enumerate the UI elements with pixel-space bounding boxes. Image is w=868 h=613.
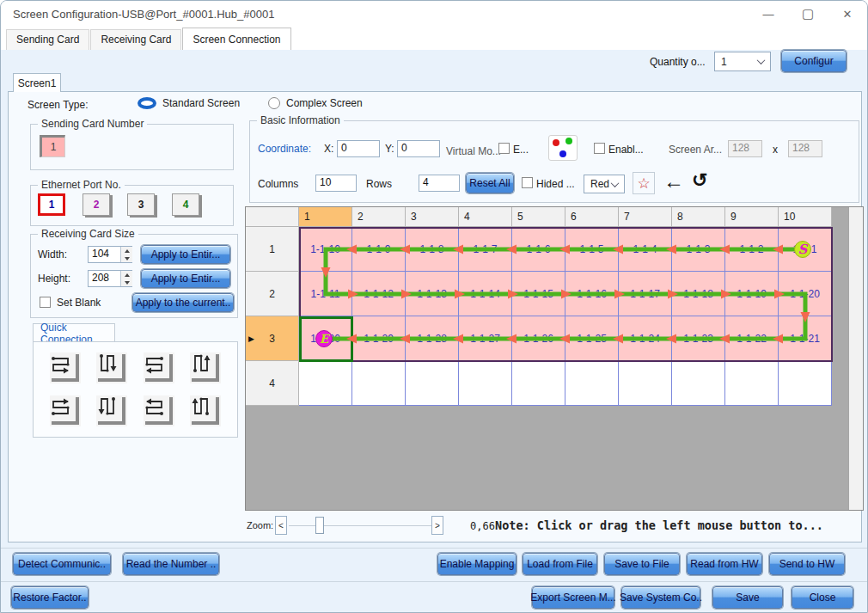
grid-cell[interactable]: 1-1-23	[672, 316, 725, 361]
zoom-in-button[interactable]: >	[431, 516, 443, 535]
undo-icon[interactable]: ↺	[692, 169, 707, 192]
grid-cell[interactable]	[565, 361, 619, 406]
grid-cell[interactable]: 1-1-29	[352, 316, 406, 361]
columns-input[interactable]: 10	[315, 175, 357, 192]
grid-cell[interactable]	[619, 361, 672, 406]
tab-screen1[interactable]: Screen1	[13, 73, 61, 92]
quick-connection-pattern-2-button[interactable]	[96, 352, 127, 383]
grid-cell[interactable]: 1-1-10	[299, 227, 352, 272]
read-from-hw-button[interactable]: Read from HW	[687, 553, 762, 575]
grid-cell[interactable]: 1-1-20	[779, 272, 832, 316]
grid-cell[interactable]: 1-1-13	[406, 272, 459, 316]
quick-connection-pattern-4-button[interactable]	[190, 352, 221, 383]
zoom-slider-track[interactable]	[289, 525, 431, 526]
grid-cell[interactable]: 1-1-16	[565, 272, 619, 316]
grid-cell[interactable]: 1-1-5	[565, 227, 619, 272]
grid-cell[interactable]: 1-1-12	[352, 272, 406, 316]
grid-cell[interactable]: 1-1-27	[459, 316, 512, 361]
grid-cell[interactable]: 1-1-18	[672, 272, 725, 316]
grid-column-header-3[interactable]: 3	[406, 207, 459, 227]
grid-cell[interactable]: 1-1-15	[512, 272, 565, 316]
grid-cell[interactable]: 1-1-26	[512, 316, 565, 361]
grid-cell[interactable]: 1-1-9	[352, 227, 406, 272]
ethernet-port-4-button[interactable]: 4	[172, 193, 199, 216]
grid-cell[interactable]	[779, 361, 832, 406]
export-screen-button[interactable]: Export Screen M...	[532, 586, 614, 609]
grid-column-header-1[interactable]: 1	[299, 207, 352, 227]
maximize-icon[interactable]: ▢	[788, 1, 828, 27]
grid-column-header-5[interactable]: 5	[512, 207, 565, 227]
tab-receiving-card[interactable]: Receiving Card	[90, 29, 181, 50]
quick-connection-pattern-5-button[interactable]	[50, 395, 81, 426]
tab-screen-connection[interactable]: Screen Connection	[182, 28, 290, 50]
grid-cell[interactable]: 1-1-7	[459, 227, 512, 272]
quick-connection-pattern-7-button[interactable]	[144, 395, 174, 426]
reset-all-button[interactable]: Reset All	[466, 173, 514, 193]
grid-row-header-2[interactable]: 2	[246, 272, 299, 316]
grid-cell[interactable]: 1-1-6	[512, 227, 565, 272]
quick-connection-pattern-6-button[interactable]	[96, 395, 127, 426]
ethernet-port-2-button[interactable]: 2	[83, 193, 110, 216]
coordinate-x-input[interactable]: 0	[337, 140, 380, 157]
hided-checkbox[interactable]	[522, 177, 533, 188]
grid-cell[interactable]: 1-1-8	[406, 227, 459, 272]
grid-cell[interactable]	[459, 361, 512, 406]
grid-cell[interactable]: 1-1-3	[672, 227, 725, 272]
restore-factory-button[interactable]: Restore Factor..	[11, 586, 89, 609]
apply-width-button[interactable]: Apply to Entir...	[141, 245, 230, 264]
grid-cell[interactable]: 1-1-4	[619, 227, 672, 272]
grid-column-header-9[interactable]: 9	[725, 207, 779, 227]
grid-cell[interactable]: 1-1-30	[299, 316, 352, 361]
complex-screen-radio[interactable]: Complex Screen	[268, 97, 363, 109]
grid-cell[interactable]: 1-1-24	[619, 316, 672, 361]
read-number-button[interactable]: Read the Number ..	[123, 553, 219, 575]
apply-height-button[interactable]: Apply to Entir...	[141, 269, 230, 288]
tab-sending-card[interactable]: Sending Card	[6, 29, 89, 50]
standard-screen-radio[interactable]: Standard Screen	[138, 97, 240, 109]
grid-column-header-10[interactable]: 10	[779, 207, 832, 227]
width-stepper[interactable]	[120, 247, 132, 262]
height-stepper[interactable]	[120, 271, 132, 286]
zoom-slider-thumb[interactable]	[315, 517, 324, 534]
grid-cell[interactable]: 1-1-22	[725, 316, 779, 361]
color-select[interactable]: Red	[584, 175, 625, 193]
quick-connection-pattern-1-button[interactable]	[50, 352, 81, 383]
send-to-hw-button[interactable]: Send to HW	[769, 553, 845, 575]
ethernet-port-1-button[interactable]: 1	[38, 193, 65, 216]
grid-cell[interactable]	[672, 361, 725, 406]
back-arrow-icon[interactable]: ←	[663, 169, 684, 193]
grid-vertical-scrollbar[interactable]	[848, 207, 863, 510]
grid-column-header-4[interactable]: 4	[459, 207, 512, 227]
set-blank-checkbox[interactable]	[40, 297, 51, 308]
grid-cell[interactable]: 1-1-19	[725, 272, 779, 316]
ethernet-port-3-button[interactable]: 3	[127, 193, 155, 216]
grid-cell[interactable]: 1-1-28	[406, 316, 459, 361]
sending-card-number-button[interactable]: 1	[40, 135, 65, 157]
grid-cell[interactable]: 1-1-17	[619, 272, 672, 316]
grid-cell[interactable]	[352, 361, 406, 406]
grid-cell[interactable]	[299, 361, 352, 406]
grid-cell[interactable]: 1-1-2	[725, 227, 779, 272]
close-icon[interactable]: ✕	[828, 1, 867, 27]
detect-communication-button[interactable]: Detect Communic..	[13, 553, 111, 575]
configure-button[interactable]: Configur	[781, 50, 847, 72]
quick-connection-pattern-3-button[interactable]	[144, 352, 174, 383]
coordinate-y-input[interactable]: 0	[397, 140, 440, 157]
save-to-file-button[interactable]: Save to File	[604, 553, 680, 575]
grid-cell[interactable]: 1-1-1	[779, 227, 832, 272]
rgb-enable-checkbox[interactable]	[594, 143, 605, 154]
zoom-out-button[interactable]: <	[275, 516, 287, 535]
save-button[interactable]: Save	[712, 586, 783, 609]
grid-column-header-7[interactable]: 7	[619, 207, 672, 227]
grid-cell[interactable]: 1-1-25	[565, 316, 619, 361]
rows-input[interactable]: 4	[419, 175, 460, 192]
minimize-icon[interactable]: —	[749, 1, 788, 27]
grid-column-header-6[interactable]: 6	[565, 207, 619, 227]
apply-current-button[interactable]: Apply to the current..	[132, 293, 234, 312]
enable-mapping-button[interactable]: Enable Mapping	[437, 553, 517, 575]
grid-row-header-1[interactable]: 1	[246, 227, 299, 272]
grid-cell[interactable]: 1-1-14	[459, 272, 512, 316]
quick-connection-pattern-8-button[interactable]	[190, 395, 221, 426]
grid-row-header-3[interactable]: ▶3	[246, 316, 299, 361]
grid-column-header-2[interactable]: 2	[352, 207, 406, 227]
